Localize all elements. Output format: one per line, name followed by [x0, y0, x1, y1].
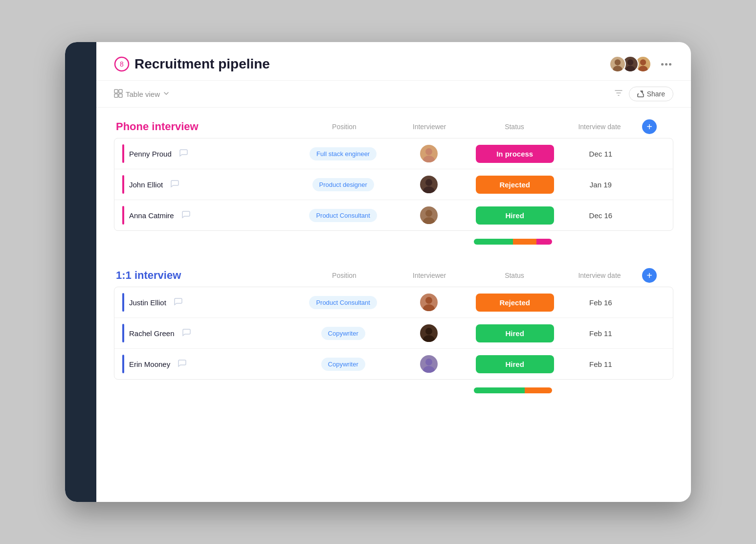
- svg-point-12: [425, 148, 432, 155]
- chat-icon[interactable]: [181, 209, 191, 222]
- dot-2: [665, 63, 667, 66]
- app-logo-icon: 8: [114, 56, 130, 72]
- col-header-status-2: Status: [472, 272, 557, 279]
- content-area: Phone interview Position Interviewer Sta…: [96, 108, 691, 502]
- toolbar-right: Share: [614, 87, 673, 101]
- candidate-cell: Penny Proud: [114, 138, 300, 169]
- dot-1: [661, 63, 664, 66]
- page-title: Recruitment pipeline: [134, 56, 270, 72]
- date-cell: Dec 16: [558, 205, 644, 226]
- status-badge: Hired: [476, 206, 554, 225]
- header-right: [609, 56, 673, 72]
- toolbar: Table view Sh: [96, 81, 691, 108]
- row-indicator: [122, 355, 124, 373]
- section-title-phone: Phone interview: [116, 120, 302, 133]
- svg-point-15: [423, 186, 435, 193]
- candidate-cell: Justin Elliot: [114, 287, 300, 317]
- candidate-name: Penny Proud: [129, 150, 172, 158]
- progress-bar-1: [474, 239, 552, 245]
- position-cell: Product Consultant: [300, 203, 386, 228]
- col-header-position-2: Position: [302, 272, 387, 279]
- chat-icon[interactable]: [177, 358, 187, 370]
- candidate-name: Rachel Green: [129, 329, 175, 338]
- section-header-1on1: 1:1 interview Position Interviewer Statu…: [114, 268, 673, 283]
- progress-segment-orange-2: [525, 387, 552, 393]
- date-cell: Dec 11: [558, 144, 644, 164]
- avatar: [420, 176, 438, 193]
- position-badge: Product Consultant: [309, 296, 377, 309]
- svg-rect-8: [114, 90, 118, 93]
- main-content: 8 Recruitment pipeline: [96, 42, 691, 502]
- position-badge: Full stack engineer: [310, 147, 377, 160]
- avatar: [420, 206, 438, 224]
- status-badge: In process: [476, 145, 554, 163]
- interviewer-cell: [386, 139, 471, 168]
- add-column-button-1[interactable]: +: [642, 119, 657, 134]
- candidate-name: Erin Mooney: [129, 360, 170, 368]
- progress-segment-green: [474, 239, 513, 245]
- section-one-on-one: 1:1 interview Position Interviewer Statu…: [114, 268, 673, 397]
- section-phone-interview: Phone interview Position Interviewer Sta…: [114, 119, 673, 249]
- svg-rect-10: [114, 94, 118, 97]
- position-badge: Copywriter: [321, 358, 365, 371]
- progress-segment-pink: [536, 239, 552, 245]
- candidate-cell: Anna Catmire: [114, 200, 300, 230]
- avatar: [420, 294, 438, 311]
- position-cell: Product Consultant: [300, 290, 386, 315]
- date-cell: Feb 11: [558, 323, 644, 343]
- col-header-date-2: Interview date: [557, 272, 642, 279]
- status-cell: Rejected: [472, 288, 558, 317]
- col-header-interviewer-1: Interviewer: [387, 123, 472, 131]
- avatar-group: [609, 56, 651, 72]
- svg-point-18: [425, 297, 432, 304]
- sidebar: [65, 42, 96, 502]
- position-badge: Product designer: [312, 178, 374, 191]
- add-column-button-2[interactable]: +: [642, 268, 657, 283]
- avatar: [420, 324, 438, 342]
- status-cell: Hired: [472, 318, 558, 348]
- section-header-phone: Phone interview Position Interviewer Sta…: [114, 119, 673, 134]
- chat-icon[interactable]: [170, 179, 179, 191]
- svg-point-21: [423, 335, 435, 342]
- candidate-cell: Erin Mooney: [114, 349, 300, 379]
- table-row: Anna Catmire Product Consultant: [114, 200, 673, 230]
- date-cell: Feb 11: [558, 354, 644, 374]
- svg-text:8: 8: [120, 60, 124, 68]
- row-indicator: [122, 175, 124, 194]
- avatar: [420, 355, 438, 373]
- svg-point-22: [425, 359, 432, 365]
- svg-point-13: [423, 156, 435, 162]
- table-row: John Elliot Product designer: [114, 169, 673, 200]
- chat-icon[interactable]: [173, 296, 183, 309]
- view-selector[interactable]: Table view: [114, 89, 170, 99]
- view-label: Table view: [126, 90, 160, 98]
- svg-point-16: [425, 210, 432, 217]
- date-cell: Jan 19: [558, 175, 644, 195]
- more-options-button[interactable]: [659, 61, 673, 68]
- status-cell: Hired: [472, 201, 558, 230]
- status-badge: Rejected: [476, 176, 554, 194]
- header-left: 8 Recruitment pipeline: [114, 56, 270, 72]
- filter-icon[interactable]: [614, 89, 623, 99]
- svg-rect-9: [119, 90, 122, 93]
- interviewer-cell: [386, 349, 471, 379]
- device-frame: 8 Recruitment pipeline: [65, 42, 691, 502]
- status-cell: Rejected: [472, 170, 558, 200]
- position-cell: Copywriter: [300, 321, 386, 346]
- share-button[interactable]: Share: [629, 87, 673, 101]
- progress-bar-row-1: [114, 231, 673, 249]
- candidate-name: Justin Elliot: [129, 298, 166, 307]
- table-row: Erin Mooney Copywriter: [114, 349, 673, 379]
- chat-icon[interactable]: [181, 327, 191, 340]
- svg-rect-11: [119, 94, 122, 97]
- position-badge: Product Consultant: [309, 209, 377, 222]
- svg-point-4: [627, 59, 633, 65]
- col-header-status-1: Status: [472, 123, 557, 131]
- candidate-cell: John Elliot: [114, 169, 300, 200]
- position-cell: Product designer: [300, 172, 386, 197]
- candidate-cell: Rachel Green: [114, 318, 300, 348]
- row-indicator: [122, 324, 124, 342]
- svg-point-23: [423, 366, 435, 373]
- status-badge: Hired: [476, 355, 554, 373]
- chat-icon[interactable]: [178, 148, 188, 160]
